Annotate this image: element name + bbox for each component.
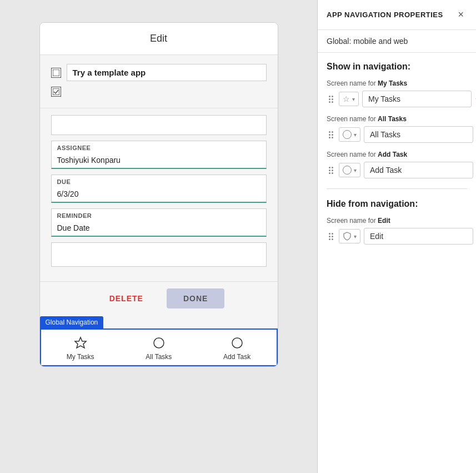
circle-nav-icon-add [229,335,245,351]
circle-nav-icon-all [151,335,167,351]
nav-entry-edit: Screen name for Edit ▾ [327,217,467,245]
assignee-group: ASSIGNEE Toshiyuki Konparu [51,141,267,169]
show-nav-title: Show in navigation: [327,62,467,72]
assignee-label: ASSIGNEE [51,141,267,153]
nav-item-my-tasks[interactable]: My Tasks [67,335,94,361]
nav-entry-name-my-tasks: My Tasks [378,79,407,87]
task-item-1: Try a template app [51,64,267,81]
edit-header: Edit [40,23,278,55]
action-buttons: DELETE DONE [40,281,278,316]
svg-marker-2 [75,337,86,348]
star-nav-icon [73,335,88,351]
icon-select-my-tasks[interactable]: ☆ ▾ [339,92,359,106]
reminder-label: REMINDER [51,208,267,221]
nav-entry-all-tasks: Screen name for All Tasks ▾ [327,115,467,143]
app-card: Edit Try a template app [39,22,278,367]
drag-handle-edit[interactable] [327,232,335,241]
close-button[interactable]: × [454,8,467,22]
done-button[interactable]: DONE [167,288,224,308]
nav-entry-name-edit: Edit [378,217,390,225]
svg-rect-1 [53,88,59,95]
nav-input-edit[interactable] [364,228,473,245]
checkbox-2[interactable] [51,87,61,97]
due-group: DUE 6/3/20 [51,175,267,203]
nav-label-my-tasks: My Tasks [67,353,94,361]
empty-field-top [51,115,267,135]
empty-field-bottom [51,242,267,267]
star-icon: ☆ [343,94,350,103]
edit-title: Edit [150,33,167,44]
nav-item-all-tasks[interactable]: All Tasks [146,335,172,361]
chevron-down-icon-3: ▾ [354,167,357,173]
left-panel: Edit Try a template app [0,0,317,473]
circle-icon-2 [343,166,352,175]
delete-button[interactable]: DELETE [93,288,160,308]
task-item-2 [51,87,267,97]
circle-icon [343,130,352,139]
nav-input-add-task[interactable] [364,162,473,178]
nav-entry-label-add-task: Screen name for Add Task [327,151,467,158]
chevron-down-icon-2: ▾ [354,132,357,138]
nav-entry-name-all-tasks: All Tasks [378,115,407,123]
drag-handle-my-tasks[interactable] [327,94,335,104]
icon-select-edit[interactable]: ▾ [339,229,360,243]
nav-label-all-tasks: All Tasks [146,353,172,361]
bottom-nav: My Tasks All Tasks [40,328,278,366]
task-text-1: Try a template app [67,64,267,81]
nav-entry-label-all-tasks: Screen name for All Tasks [327,115,467,123]
nav-entry-name-add-task: Add Task [378,151,407,158]
panel-scope: Global: mobile and web [318,30,476,53]
global-nav-label: Global Navigation [40,316,104,328]
icon-select-all-tasks[interactable]: ▾ [339,127,360,142]
svg-point-3 [154,338,164,348]
drag-handle-add-task[interactable] [327,166,335,175]
shield-icon [343,232,352,241]
panel-title: APP NAVIGATION PROPERTIES [327,11,443,19]
nav-label-add-task: Add Task [223,353,250,361]
hide-nav-title: Hide from navigation: [327,199,467,209]
chevron-down-icon-4: ▾ [354,233,357,240]
checkbox-1[interactable] [51,68,61,78]
nav-input-all-tasks[interactable] [364,126,473,143]
form-area: ASSIGNEE Toshiyuki Konparu DUE 6/3/20 RE… [40,108,278,281]
panel-header: APP NAVIGATION PROPERTIES × [318,0,476,30]
nav-entry-add-task: Screen name for Add Task ▾ [327,151,467,178]
reminder-group: REMINDER Due Date [51,208,267,237]
due-value[interactable]: 6/3/20 [51,187,267,203]
svg-rect-0 [53,69,59,76]
nav-entry-label-edit: Screen name for Edit [327,217,467,225]
drag-handle-all-tasks[interactable] [327,130,335,140]
icon-select-add-task[interactable]: ▾ [339,163,360,177]
reminder-value[interactable]: Due Date [51,221,267,237]
nav-entry-my-tasks: Screen name for My Tasks ☆ ▾ 🏠 [327,79,467,107]
assignee-value[interactable]: Toshiyuki Konparu [51,153,267,169]
chevron-down-icon: ▾ [352,96,355,102]
svg-point-4 [232,338,242,348]
right-panel: APP NAVIGATION PROPERTIES × Global: mobi… [317,0,476,473]
nav-entry-label-my-tasks: Screen name for My Tasks [327,79,467,87]
due-label: DUE [51,175,267,187]
nav-input-my-tasks[interactable] [362,91,472,107]
panel-body: Show in navigation: Screen name for My T… [318,53,476,261]
divider [327,188,467,189]
nav-item-add-task[interactable]: Add Task [223,335,250,361]
task-list-area: Try a template app [40,55,278,108]
global-nav-container: Global Navigation My Tasks [40,316,278,366]
